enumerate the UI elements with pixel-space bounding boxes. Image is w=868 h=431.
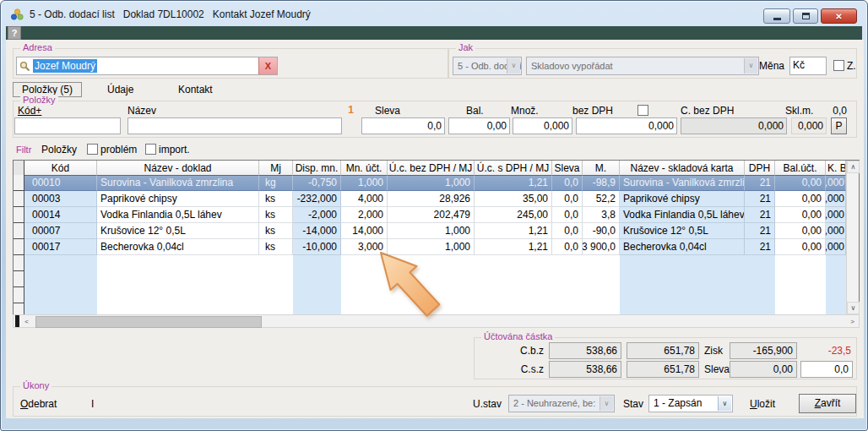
help-button[interactable]: ? — [8, 26, 21, 40]
chevron-down-icon: ∨ — [718, 396, 731, 411]
cell-m: 3 900,0 — [583, 239, 620, 255]
z-label: Z. — [847, 60, 856, 72]
col-header-dph[interactable]: DPH — [745, 161, 775, 175]
empty-row — [14, 303, 846, 314]
table-row[interactable]: 00017 Becherovka 0,04cl ks -10,000 3,000… — [14, 239, 846, 255]
adresa-field[interactable]: Jozef Moudrý X — [16, 57, 278, 75]
cell-ucbez: 1,000 — [388, 239, 475, 255]
grid-corner — [14, 161, 24, 175]
cell-mn: 14,000 — [341, 223, 388, 239]
mena-label: Měna — [759, 60, 784, 72]
col-header-kod[interactable]: Kód — [24, 161, 97, 175]
col-header-mj[interactable]: Mj — [259, 161, 293, 175]
scroll-right-icon[interactable]: > — [846, 315, 859, 327]
row-selector[interactable] — [14, 207, 24, 223]
i-label[interactable]: I — [91, 398, 94, 410]
table-row-selected[interactable]: 00010 Surovina - Vanilková zmrzlina kg -… — [14, 175, 846, 191]
empty-row — [14, 255, 846, 271]
sleva-percent-input[interactable]: 0,0 — [800, 361, 853, 378]
row-selector[interactable] — [14, 223, 24, 239]
row-selector — [14, 287, 24, 303]
col-header-bal-uct[interactable]: Bal.účt. — [775, 161, 826, 175]
row-selector[interactable] — [14, 239, 24, 255]
mena-input[interactable]: Kč — [789, 57, 827, 75]
zisk-label: Zisk — [704, 345, 723, 357]
col-header-sleva[interactable]: Sleva — [552, 161, 583, 175]
kod-label[interactable]: Kód+ — [18, 105, 41, 117]
kod-input[interactable] — [14, 117, 121, 134]
col-header-disp-mn[interactable]: Disp. mn. — [293, 161, 341, 175]
row-selector[interactable] — [14, 175, 24, 191]
p-button[interactable]: P — [831, 117, 847, 134]
cell-mn: 2,000 — [341, 207, 388, 223]
sleva-input[interactable]: 0,0 — [361, 117, 445, 134]
splitter-handle[interactable] — [15, 315, 19, 327]
totals-group-label: Účtována částka — [481, 331, 555, 341]
scroll-left-icon[interactable]: < — [20, 315, 33, 327]
zavrit-button[interactable]: Zavřít — [799, 394, 856, 413]
problem-checkbox[interactable] — [87, 144, 98, 155]
tab-udaje[interactable]: Údaje — [107, 84, 133, 95]
col-header-mn-uct[interactable]: Mn. účt. — [341, 161, 388, 175]
cell-mj: ks — [259, 223, 293, 239]
minimize-button[interactable] — [763, 8, 790, 24]
vertical-scrollbar[interactable]: ∧ ∨ — [846, 161, 859, 314]
table-row[interactable]: 00014 Vodka Finlandia 0,5L láhev ks -2,0… — [14, 207, 846, 223]
ustav-select[interactable]: 2 - Neuhrazené, be: ∨ — [508, 395, 615, 412]
row-selector — [14, 271, 24, 287]
csz-value-2: 651,78 — [627, 361, 699, 378]
import-checkbox[interactable] — [145, 144, 156, 155]
settlement-select[interactable]: Skladovo vypořádat ∨ — [526, 57, 759, 75]
bal-input[interactable]: 0,00 — [448, 117, 510, 134]
cell-kba: 0,000 — [826, 175, 846, 191]
scroll-down-icon[interactable]: ∨ — [847, 302, 860, 314]
form-body: Adresa Jozef Moudrý X Jak 5 - Odb. dodac… — [6, 40, 864, 418]
sleva-total-label: Sleva — [704, 363, 730, 375]
zisk-percent: -23,5 — [806, 345, 851, 357]
stav-select[interactable]: 1 - Zapsán ∨ — [648, 395, 733, 412]
stav-value: 1 - Zapsán — [654, 397, 702, 409]
bezdph-checkbox[interactable] — [637, 105, 648, 116]
scrollbar-thumb[interactable] — [35, 316, 262, 328]
title-bar[interactable]: 5 - Odb. dodací list Doklad 7DL10002 Kon… — [2, 2, 866, 26]
cell-bal: 0,00 — [775, 175, 826, 191]
clear-adresa-button[interactable]: X — [258, 57, 277, 74]
table-row[interactable]: 00007 Krušovice 12° 0,5L ks -14,000 14,0… — [14, 223, 846, 239]
cell-m: 3,8 — [583, 207, 620, 223]
cbz-value-2: 651,78 — [627, 342, 699, 359]
scroll-up-icon[interactable]: ∧ — [847, 161, 860, 173]
close-button[interactable]: ✕ — [821, 8, 857, 24]
filtr-polozky-button[interactable]: Položky — [41, 144, 77, 155]
ulozit-button[interactable]: Uložit — [750, 398, 775, 410]
chevron-down-icon: ∨ — [599, 396, 613, 411]
settlement-value: Skladovo vypořádat — [531, 61, 613, 71]
tab-kontakt[interactable]: Kontakt — [178, 84, 213, 95]
col-header-nazev-doklad[interactable]: Název - doklad — [97, 161, 259, 175]
cell-sleva: 0,0 — [552, 175, 583, 191]
table-row[interactable]: 00003 Paprikové chipsy ks -232,000 4,000… — [14, 191, 846, 207]
col-header-uc-s-dph[interactable]: Ú.c. s DPH / MJ — [475, 161, 552, 175]
cell-dph: 21 — [745, 191, 775, 207]
cell-disp: -14,000 — [293, 223, 341, 239]
nazev-input[interactable] — [127, 117, 342, 134]
row-selector — [14, 303, 24, 314]
col-header-nazev-skladova-karta[interactable]: Název - skladová karta — [620, 161, 745, 175]
table-header-row: Kód Název - doklad Mj Disp. mn. Mn. účt.… — [14, 161, 846, 176]
doc-type-select[interactable]: 5 - Odb. dodací list ∨ — [453, 57, 522, 75]
cell-bal: 0,00 — [775, 223, 826, 239]
cell-kod: 00017 — [24, 239, 97, 255]
row-selector[interactable] — [14, 191, 24, 207]
mnoz-input[interactable]: 0,000 — [513, 117, 572, 134]
z-checkbox[interactable] — [833, 60, 844, 71]
col-header-k-ba[interactable]: K. Ba — [826, 161, 846, 175]
bezdph-input[interactable]: 0,000 — [576, 117, 677, 134]
cbezdph-field: 0,000 — [681, 117, 787, 134]
col-header-uc-bez-dph[interactable]: Ú.c. bez DPH / MJ — [388, 161, 475, 175]
sklm-field: 0,000 — [791, 117, 827, 134]
maximize-button[interactable] — [793, 8, 818, 24]
cbezdph-label: C. bez DPH — [681, 105, 734, 117]
cell-ucs: 245,00 — [475, 207, 552, 223]
odebrat-button[interactable]: Odebrat — [20, 398, 57, 410]
col-header-m[interactable]: M. — [583, 161, 620, 175]
cell-kba: 0,000 — [826, 239, 846, 255]
